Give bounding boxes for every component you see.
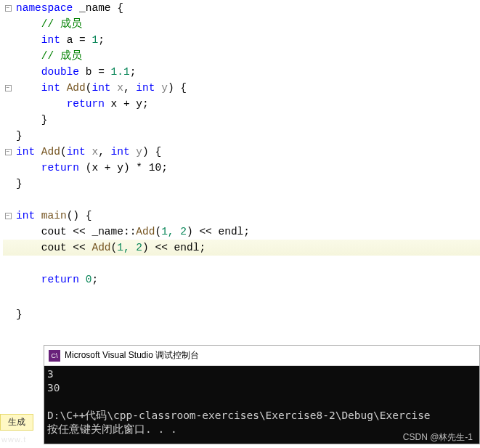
code-line[interactable]: }	[3, 176, 480, 192]
vs-icon: C\	[49, 350, 60, 362]
type: int	[41, 82, 60, 94]
comment: // 成员	[41, 18, 82, 30]
watermark: www.t	[1, 435, 26, 444]
keyword: return	[41, 162, 79, 174]
console-titlebar[interactable]: C\ Microsoft Visual Studio 调试控制台	[44, 346, 479, 366]
function: Add	[67, 82, 86, 94]
keyword: namespace	[16, 2, 73, 14]
identifier: endl	[219, 226, 244, 237]
code-line[interactable]: − int main() {	[3, 208, 480, 224]
arguments: 1, 2	[161, 226, 187, 237]
code-editor[interactable]: − namespace _name { // 成员 int a = 1; // …	[0, 0, 480, 322]
blank-line[interactable]	[3, 256, 480, 272]
code-line[interactable]: − int Add(int x, int y) {	[3, 80, 480, 96]
identifier: cout	[41, 242, 67, 253]
keyword: return	[67, 98, 105, 110]
console-title: Microsoft Visual Studio 调试控制台	[65, 349, 199, 362]
expression: x + y	[111, 98, 143, 110]
fold-icon[interactable]: −	[3, 149, 13, 155]
function: Add	[91, 242, 110, 253]
code-line[interactable]: return 0;	[3, 272, 480, 288]
comment: // 成员	[41, 50, 82, 62]
code-line[interactable]: }	[3, 128, 480, 144]
number: 1	[91, 34, 98, 46]
type: int	[16, 210, 35, 221]
fold-icon[interactable]: −	[3, 5, 13, 12]
type: int	[41, 34, 60, 46]
debug-console-window[interactable]: C\ Microsoft Visual Studio 调试控制台 3 30 D:…	[44, 345, 480, 444]
build-button[interactable]: 生成	[0, 414, 33, 431]
keyword: return	[41, 274, 79, 285]
output-prompt: 按任意键关闭此窗口. . .	[47, 423, 177, 435]
watermark: CSDN @林先生-1	[403, 431, 473, 444]
output-path: D:\C++代码\cpp-classroom-exercises\Exercis…	[47, 410, 431, 421]
code-line[interactable]: }	[3, 306, 480, 322]
identifier: b	[86, 66, 92, 78]
function: Add	[41, 146, 60, 158]
fold-icon[interactable]: −	[3, 85, 13, 91]
blank-line[interactable]	[3, 192, 480, 208]
output-line: 3	[47, 368, 54, 380]
function: main	[41, 210, 67, 221]
type: double	[41, 66, 79, 78]
code-line[interactable]: cout << _name::Add(1, 2) << endl;	[3, 224, 480, 240]
identifier: a	[67, 34, 73, 46]
namespace-ref: _name	[91, 226, 123, 237]
code-line-current[interactable]: cout << Add(1, 2) << endl;	[3, 240, 480, 256]
code-line[interactable]: double b = 1.1;	[3, 64, 480, 80]
identifier: _name	[79, 2, 111, 14]
code-line[interactable]: // 成员	[3, 16, 480, 32]
code-line[interactable]: }	[3, 112, 480, 128]
identifier: endl	[174, 242, 200, 253]
code-line[interactable]: // 成员	[3, 48, 480, 64]
output-line: 30	[47, 382, 60, 394]
expression: (x + y) * 10	[86, 162, 161, 174]
identifier: cout	[41, 226, 67, 237]
code-line[interactable]: int a = 1;	[3, 32, 480, 48]
code-line[interactable]: return (x + y) * 10;	[3, 160, 480, 176]
type: int	[16, 146, 35, 158]
number: 1.1	[111, 66, 130, 78]
code-line[interactable]: − int Add(int x, int y) {	[3, 144, 480, 160]
number: 0	[86, 274, 92, 285]
blank-line[interactable]	[3, 288, 480, 306]
arguments: 1, 2	[117, 242, 142, 253]
fold-icon[interactable]: −	[3, 213, 13, 219]
function: Add	[136, 226, 155, 237]
code-line[interactable]: return x + y;	[3, 96, 480, 112]
code-line[interactable]: − namespace _name {	[3, 0, 480, 16]
